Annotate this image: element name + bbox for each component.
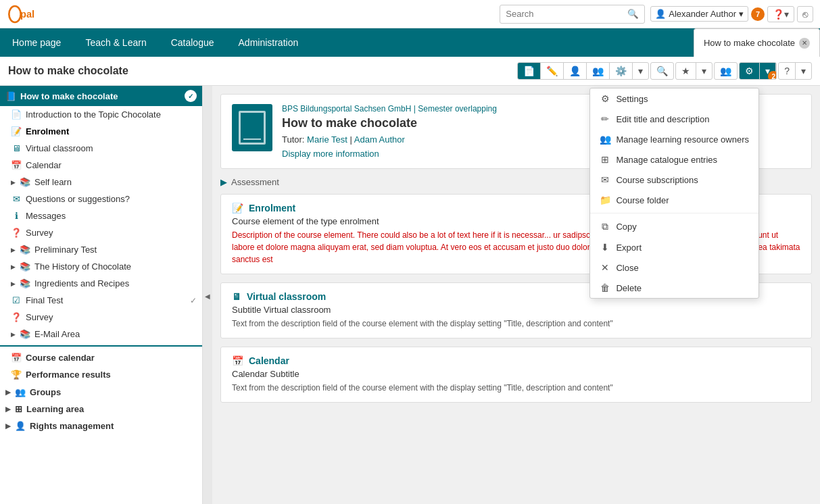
- tutor-2[interactable]: Adam Author: [354, 134, 405, 145]
- sidebar-check-icon: ✓: [185, 90, 197, 102]
- edit-button[interactable]: ✏️: [541, 63, 564, 79]
- logout-button[interactable]: ⎋: [797, 6, 813, 22]
- ingredients-icon: 📚: [20, 278, 30, 288]
- sidebar-course-calendar[interactable]: 📅 Course calendar: [0, 349, 202, 366]
- final-test-check: ✓: [190, 296, 197, 305]
- sidebar-item-self-learn[interactable]: ▶ 📚 Self learn: [0, 174, 202, 191]
- help-button[interactable]: ❓▾: [767, 6, 794, 22]
- bookmark-group: ★ ▾: [675, 62, 713, 80]
- notification-badge[interactable]: 7: [751, 7, 765, 21]
- checkbox-icon: ☑: [11, 295, 22, 305]
- sidebar-divider: [0, 345, 202, 347]
- sidebar-rights-management[interactable]: ▶ 👤 Rights management: [0, 417, 202, 434]
- nav-catalogue[interactable]: Catalogue: [159, 28, 226, 57]
- nav-administration[interactable]: Administration: [226, 28, 311, 57]
- close-icon: ✕: [600, 262, 610, 273]
- view-toolbar-group: 📄 ✏️ 👤 👥 ⚙️ ▾: [517, 62, 649, 80]
- dropdown-course-subscriptions[interactable]: ✉ Course subscriptions: [590, 170, 758, 190]
- delete-icon: 🗑: [600, 282, 610, 293]
- bookmark-button[interactable]: ★: [676, 63, 696, 79]
- assessment-button[interactable]: 👥: [587, 63, 610, 79]
- course-subscriptions-label: Course subscriptions: [616, 175, 698, 185]
- gear-dropdown-menu: ⚙ Settings ✏ Edit title and description …: [589, 88, 759, 299]
- dropdown-delete[interactable]: 🗑 Delete: [590, 278, 758, 298]
- dropdown-copy[interactable]: ⧉ Copy: [590, 216, 758, 237]
- dropdown-manage-catalogue[interactable]: ⊞ Manage catalogue entries: [590, 149, 758, 170]
- assessment-label: Assessment: [231, 177, 279, 187]
- manage-owners-label: Manage learning resource owners: [616, 134, 749, 145]
- sidebar-item-label: Self learn: [34, 177, 72, 187]
- sidebar-item-ingredients[interactable]: ▶ 📚 Ingredients and Recipes: [0, 275, 202, 292]
- sidebar-item-email-area[interactable]: ▶ 📚 E-Mail Area: [0, 326, 202, 343]
- cal-subtitle: Calendar Subtitle: [232, 369, 800, 379]
- email-icon: 📚: [20, 329, 30, 339]
- calendar-card: 📅 Calendar Calendar Subtitle Text from t…: [220, 347, 812, 403]
- gear-button[interactable]: ⚙: [740, 63, 760, 79]
- groups-expand-icon: ▶: [5, 388, 11, 396]
- sidebar-item-history[interactable]: ▶ 📚 The History of Chocolate: [0, 258, 202, 275]
- sidebar-item-label: Preliminary Test: [34, 245, 97, 255]
- bookmark-more-button[interactable]: ▾: [696, 63, 712, 79]
- copy-icon: ⧉: [600, 221, 610, 232]
- dropdown-edit-title[interactable]: ✏ Edit title and description: [590, 109, 758, 129]
- cal-card-title[interactable]: 📅 Calendar: [232, 355, 800, 366]
- enrolment-card-icon: 📝: [232, 203, 243, 213]
- sidebar-item-virtual-classroom[interactable]: 🖥 Virtual classroom: [0, 140, 202, 157]
- sidebar-item-messages[interactable]: ℹ Messages: [0, 207, 202, 224]
- user-menu-button[interactable]: 👤 Alexander Author ▾: [650, 6, 748, 22]
- search-button[interactable]: 🔍: [622, 6, 644, 22]
- gear-group: ⚙ ▾ 2: [739, 62, 777, 80]
- sidebar-item-calendar[interactable]: 📅 Calendar: [0, 157, 202, 174]
- members-button[interactable]: 👤: [564, 63, 587, 79]
- tab-close-button[interactable]: ✕: [799, 38, 810, 49]
- export-icon: ⬇: [600, 242, 610, 253]
- book-icon: 📚: [20, 177, 30, 187]
- sidebar-item-introduction[interactable]: 📄 Introduction to the Topic Chocolate: [0, 106, 202, 123]
- dropdown-close[interactable]: ✕ Close: [590, 257, 758, 278]
- export-label: Export: [616, 243, 642, 253]
- dropdown-course-folder[interactable]: 📁 Course folder: [590, 190, 758, 210]
- enrolment-icon: 📝: [11, 126, 22, 136]
- topbar-right: 👤 Alexander Author ▾ 7 ❓▾ ⎋: [650, 6, 813, 22]
- sidebar-item-label: Survey: [26, 312, 53, 322]
- survey2-icon: ❓: [11, 312, 22, 322]
- expand-icon-4: ▶: [11, 280, 16, 287]
- sidebar-item-preliminary-test[interactable]: ▶ 📚 Preliminary Test: [0, 241, 202, 258]
- cal-title-text: Calendar: [249, 355, 289, 366]
- tutor-1[interactable]: Marie Test: [307, 134, 347, 145]
- search-box: 🔍: [500, 5, 645, 24]
- collapse-handle[interactable]: ◀: [203, 86, 212, 504]
- sidebar-performance[interactable]: 🏆 Performance results: [0, 366, 202, 383]
- help-tool-button[interactable]: ?: [779, 63, 796, 79]
- user-mgmt-button[interactable]: 👥: [714, 62, 738, 80]
- sidebar-learning-area[interactable]: ▶ ⊞ Learning area: [0, 400, 202, 417]
- sidebar-item-enrolment[interactable]: 📝 Enrolment: [0, 123, 202, 140]
- history-icon: 📚: [20, 261, 30, 272]
- vc-desc: Text from the description field of the c…: [232, 318, 800, 330]
- sidebar-item-survey-1[interactable]: ❓ Survey: [0, 224, 202, 241]
- close-label: Close: [616, 263, 638, 273]
- help-more-button[interactable]: ▾: [796, 63, 811, 79]
- sidebar-item-questions[interactable]: ✉ Questions or suggestions?: [0, 191, 202, 207]
- nav-home[interactable]: Home page: [0, 28, 73, 57]
- sidebar-item-final-test[interactable]: ☑ Final Test ✓: [0, 292, 202, 309]
- svg-point-0: [9, 6, 20, 22]
- search-input[interactable]: [500, 9, 622, 19]
- active-tab[interactable]: How to make chocolate ✕: [694, 28, 820, 57]
- copy-label: Copy: [616, 222, 636, 232]
- expand-icon-2: ▶: [11, 247, 16, 253]
- search-tool-button[interactable]: 🔍: [650, 62, 674, 80]
- folder-icon: 📁: [600, 195, 610, 205]
- sidebar-item-label: Final Test: [26, 295, 63, 305]
- expand-icon: ▶: [11, 179, 16, 186]
- view-button[interactable]: 📄: [518, 63, 541, 79]
- sidebar-item-label: Enrolment: [26, 126, 69, 136]
- dropdown-manage-owners[interactable]: 👥 Manage learning resource owners: [590, 129, 758, 149]
- sidebar-item-survey-2[interactable]: ❓ Survey: [0, 309, 202, 326]
- dropdown-export[interactable]: ⬇ Export: [590, 237, 758, 257]
- dropdown-settings[interactable]: ⚙ Settings: [590, 89, 758, 109]
- more-button[interactable]: ▾: [633, 63, 648, 79]
- nav-teach-learn[interactable]: Teach & Learn: [73, 28, 158, 57]
- settings-inline-button[interactable]: ⚙️: [610, 63, 633, 79]
- sidebar-groups-section[interactable]: ▶ 👥 Groups: [0, 383, 202, 400]
